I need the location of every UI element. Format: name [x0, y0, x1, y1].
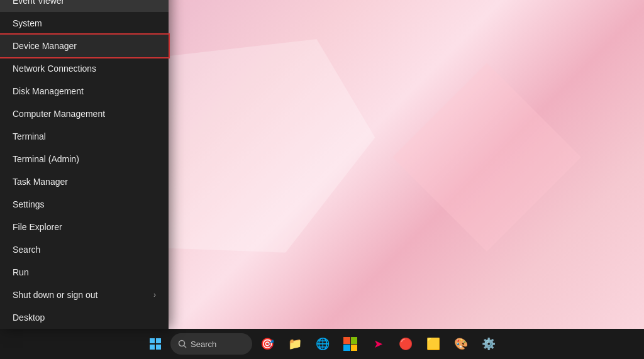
menu-item-computer-management[interactable]: Computer Management: [0, 102, 169, 125]
menu-item-label-file-explorer: File Explorer: [13, 222, 62, 232]
start-button[interactable]: [143, 331, 168, 356]
menu-item-event-viewer[interactable]: Event Viewer: [0, 0, 169, 12]
menu-item-label-network-connections: Network Connections: [13, 64, 96, 74]
taskbar: Search 🎯 📁 🌐 ➤ 🔴 🟨 🎨 ⚙️: [0, 329, 644, 359]
menu-item-label-search: Search: [13, 245, 40, 255]
taskbar-item-figma[interactable]: 🎨: [448, 331, 474, 356]
figma-icon: 🎨: [454, 337, 468, 351]
windows-logo-icon: [150, 338, 161, 350]
taskbar-item-ms-store[interactable]: [338, 331, 363, 356]
taskbar-item-widgets[interactable]: 🎯: [255, 331, 280, 356]
taskbar-item-app2[interactable]: 🔴: [393, 331, 418, 356]
menu-item-label-computer-management: Computer Management: [13, 109, 105, 119]
menu-item-desktop[interactable]: Desktop: [0, 306, 169, 329]
svg-point-0: [179, 341, 185, 346]
ms-store-icon: [343, 337, 357, 351]
menu-item-task-manager[interactable]: Task Manager: [0, 170, 169, 193]
widgets-icon: 🎯: [260, 337, 274, 351]
menu-item-system[interactable]: System: [0, 12, 169, 35]
submenu-chevron-icon: ›: [153, 290, 156, 299]
taskbar-search-label: Search: [191, 340, 216, 349]
menu-item-label-device-manager: Device Manager: [13, 41, 77, 51]
taskbar-search[interactable]: Search: [170, 333, 252, 355]
menu-item-label-terminal: Terminal: [13, 131, 46, 141]
menu-item-shut-down[interactable]: Shut down or sign out›: [0, 284, 169, 306]
search-icon: [178, 340, 187, 348]
edge-icon: 🌐: [316, 337, 330, 351]
menu-item-device-manager[interactable]: Device Manager: [0, 35, 169, 57]
menu-item-disk-management[interactable]: Disk Management: [0, 80, 169, 102]
menu-item-terminal-admin[interactable]: Terminal (Admin): [0, 148, 169, 170]
app3-icon: 🟨: [426, 337, 440, 351]
menu-item-settings[interactable]: Settings: [0, 193, 169, 216]
taskbar-item-file-explorer[interactable]: 📁: [282, 331, 308, 356]
context-menu: Power OptionsEvent ViewerSystemDevice Ma…: [0, 0, 169, 329]
taskbar-item-settings[interactable]: ⚙️: [476, 331, 501, 356]
taskbar-item-edge[interactable]: 🌐: [310, 331, 335, 356]
menu-item-label-task-manager: Task Manager: [13, 177, 68, 187]
app1-icon: ➤: [374, 337, 383, 351]
menu-item-run[interactable]: Run: [0, 261, 169, 284]
menu-item-label-disk-management: Disk Management: [13, 86, 84, 96]
taskbar-item-app1[interactable]: ➤: [365, 331, 391, 356]
menu-item-label-terminal-admin: Terminal (Admin): [13, 154, 79, 164]
menu-item-label-desktop: Desktop: [13, 312, 45, 323]
app2-icon: 🔴: [399, 337, 413, 351]
menu-item-label-shut-down: Shut down or sign out: [13, 290, 97, 300]
menu-item-label-system: System: [13, 18, 42, 28]
svg-line-1: [184, 346, 187, 348]
menu-item-search[interactable]: Search: [0, 238, 169, 261]
menu-item-terminal[interactable]: Terminal: [0, 125, 169, 148]
menu-item-label-event-viewer: Event Viewer: [13, 0, 64, 6]
menu-item-label-run: Run: [13, 267, 29, 277]
file-explorer-icon: 📁: [288, 337, 302, 351]
menu-item-network-connections[interactable]: Network Connections: [0, 57, 169, 80]
menu-item-file-explorer[interactable]: File Explorer: [0, 216, 169, 238]
taskbar-item-app3[interactable]: 🟨: [421, 331, 446, 356]
settings-gear-icon: ⚙️: [482, 337, 496, 351]
menu-item-label-settings: Settings: [13, 199, 45, 209]
